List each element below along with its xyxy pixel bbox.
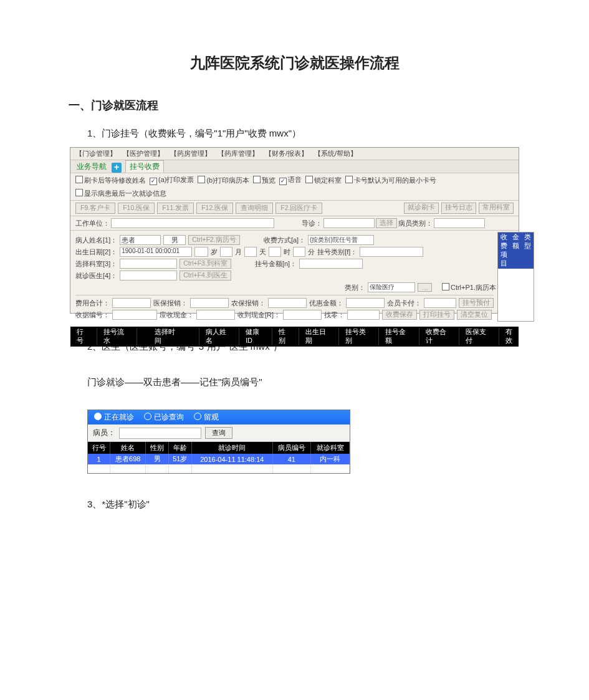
query-label: 病员： (93, 428, 115, 438)
col-header: 年龄 (168, 442, 192, 454)
menu-item[interactable]: 【系统/帮助】 (314, 149, 357, 158)
rural-reimburse[interactable] (268, 298, 307, 308)
nav-tab[interactable]: 业务导航 (74, 161, 109, 173)
name-input[interactable]: 患者 (120, 235, 161, 245)
toolbar-button[interactable]: F9.客户卡 (75, 203, 115, 214)
age-d-input[interactable] (244, 247, 257, 257)
registration-window: 【门诊管理】 【医护管理】 【药房管理】 【药库管理】 【财务/报表】 【系统/… (70, 147, 519, 314)
ins-reimburse[interactable] (190, 298, 229, 308)
option[interactable]: 锁定科室 (305, 176, 342, 185)
toolbar-button[interactable]: F12.医保 (196, 203, 233, 214)
ellipsis-button[interactable]: … (418, 283, 432, 292)
patient-type-label: 病员类别： (398, 219, 433, 228)
doctor-input[interactable] (120, 271, 177, 280)
time-m-input[interactable] (293, 247, 305, 257)
option[interactable]: 语音 (279, 175, 302, 185)
time-h-input[interactable] (269, 247, 281, 257)
toolbar-button[interactable]: F2.回医疗卡 (275, 203, 322, 214)
table-row[interactable] (88, 464, 350, 473)
cash-due[interactable] (196, 310, 235, 320)
work-unit-label: 工作单位： (75, 219, 110, 228)
panel-col: 收费项目 (500, 233, 507, 268)
change[interactable] (347, 310, 380, 320)
menu-item[interactable]: 【财务/报表】 (265, 149, 308, 158)
menu-bar: 【门诊管理】 【医护管理】 【药房管理】 【药库管理】 【财务/报表】 【系统/… (70, 148, 519, 160)
cash-received[interactable] (283, 310, 322, 320)
dept-input[interactable] (120, 259, 177, 269)
reg-type-label: 挂号类别[f]： (317, 247, 357, 257)
toolbar-button[interactable]: F10.医保 (118, 203, 155, 214)
pay-select[interactable]: (按类别)院任号普 (308, 235, 374, 245)
page-title: 九阵医院系统门诊就医操作流程 (37, 53, 552, 73)
menu-item[interactable]: 【医护管理】 (123, 149, 164, 158)
col-header: 挂号金额 (379, 328, 419, 345)
menu-item[interactable]: 【药库管理】 (218, 149, 259, 158)
menu-item[interactable]: 【门诊管理】 (75, 149, 117, 158)
col-header: 挂号流水 (97, 328, 137, 345)
sum-label: 优惠金额： (309, 299, 343, 308)
add-tab-icon[interactable]: + (112, 163, 122, 173)
query-input[interactable] (119, 428, 201, 439)
discount[interactable] (346, 298, 385, 308)
age-m-input[interactable] (220, 247, 232, 257)
hint-button[interactable]: Ctrl+F4.到医生 (180, 271, 231, 280)
save-button[interactable]: 收费保存 (382, 310, 417, 320)
age-y-input[interactable] (194, 247, 208, 257)
patient-list-window: 正在就诊 已诊查询 留观 病员： 查询 行号 姓名 性别 年龄 就诊时间 病员编… (87, 410, 350, 474)
option[interactable]: (b)打印病历本 (198, 176, 249, 185)
col-header: 行号 (88, 442, 110, 454)
option[interactable]: 预览 (253, 176, 275, 185)
table-row[interactable]: 1 患者698 男 51岁 2016-04-11 11:48:14 41 内一科 (88, 454, 350, 464)
select-button[interactable]: 选择 (376, 218, 397, 228)
reg-type-select[interactable] (360, 247, 423, 257)
radio-tab-active[interactable]: 正在就诊 (94, 412, 134, 423)
fee-total[interactable] (112, 298, 151, 308)
sex-select[interactable]: 男 (163, 235, 186, 245)
birth-label: 出生日期[2]： (75, 247, 117, 257)
option[interactable]: 刷卡后等待修改姓名 (75, 176, 146, 185)
col-header: 姓名 (110, 442, 146, 454)
toolbar-button[interactable]: 挂号日志 (441, 203, 476, 214)
menu-item[interactable]: 【药房管理】 (170, 149, 211, 158)
guide-label: 导诊： (302, 219, 322, 228)
radio-tab[interactable]: 已诊查询 (144, 412, 184, 423)
cell: 1 (88, 454, 110, 464)
option[interactable]: 显示病患最后一次就诊信息 (75, 189, 166, 198)
amount-input[interactable] (299, 259, 363, 269)
option[interactable]: (a)打印发票 (150, 175, 194, 185)
status-tabs: 正在就诊 已诊查询 留观 (88, 410, 350, 424)
tab-bar: 业务导航 + 挂号收费 (70, 160, 519, 173)
option[interactable]: 卡号默认为可用的最小卡号 (345, 176, 436, 185)
toolbar-button[interactable]: 常用科室 (479, 203, 514, 214)
col-header: 病人姓名 (199, 328, 239, 345)
sum-label: 收据编号： (75, 310, 110, 320)
toolbar-button[interactable]: 就诊刷卡 (404, 203, 439, 214)
option[interactable]: Ctrl+P1.病历本 (442, 283, 496, 292)
options-row: 刷卡后等待修改姓名 (a)打印发票 (b)打印病历本 预览 语音 锁定科室 卡号… (70, 173, 519, 201)
radio-tab[interactable]: 留观 (194, 412, 219, 423)
toolbar-button[interactable]: 查询明细 (236, 203, 273, 214)
hint-button[interactable]: Ctrl+F3.到科室 (180, 259, 231, 269)
step-3: 3、*选择"初诊" (87, 499, 552, 511)
reset-button[interactable]: 清空复位 (457, 310, 492, 320)
toolbar-row: F9.客户卡 F10.医保 F11.发票 F12.医保 查询明细 F2.回医疗卡… (70, 201, 519, 216)
query-button[interactable]: 查询 (205, 427, 232, 439)
patient-type-input[interactable] (434, 218, 485, 228)
col-header: 挂号类别 (339, 328, 379, 345)
prepay-button[interactable]: 挂号预付 (459, 298, 494, 308)
col-header: 出生日期 (299, 328, 339, 345)
class-select[interactable]: 保险医疗 (368, 282, 415, 292)
patient-table: 行号 姓名 性别 年龄 就诊时间 病员编号 就诊科室 1 患者698 男 51岁… (88, 442, 350, 473)
work-unit-input[interactable] (111, 218, 274, 228)
print-button[interactable]: 打印挂号 (419, 310, 454, 320)
dept-label: 选择科室[3]： (75, 259, 117, 269)
guide-input[interactable] (323, 218, 375, 228)
hint-button[interactable]: Ctrl+F2.病历号 (188, 235, 240, 245)
card-pay[interactable] (424, 298, 456, 308)
sum-label: 医保报销： (153, 299, 188, 308)
birth-input[interactable]: 1900-01-01 00:00:01 (120, 247, 192, 257)
receipt-no[interactable] (112, 310, 157, 320)
col-header: 就诊时间 (192, 442, 272, 454)
active-tab[interactable]: 挂号收费 (125, 160, 164, 173)
toolbar-button[interactable]: F11.发票 (157, 203, 194, 214)
